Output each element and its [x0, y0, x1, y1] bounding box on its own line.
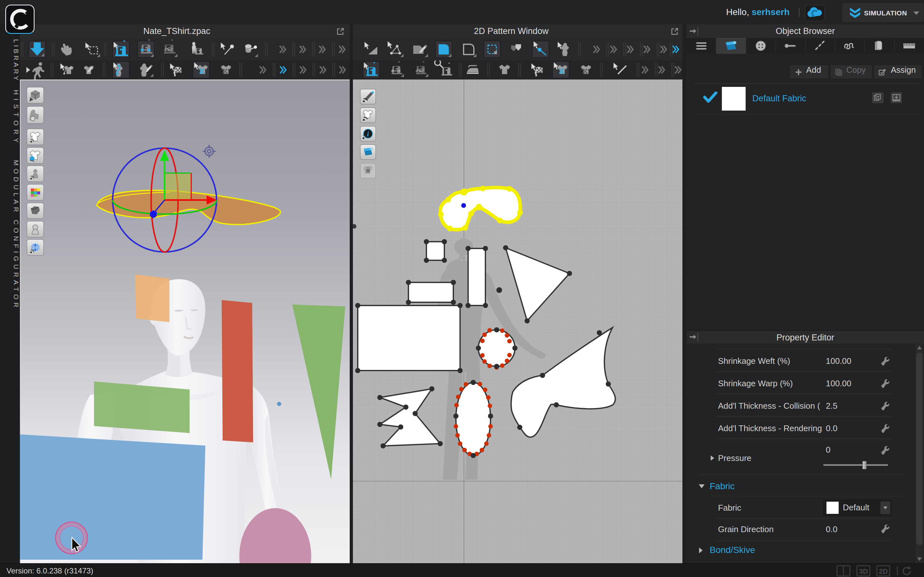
- svg-text:2D: 2D: [879, 567, 888, 575]
- svg-text:3D: 3D: [859, 567, 868, 575]
- svg-text:i: i: [367, 130, 369, 138]
